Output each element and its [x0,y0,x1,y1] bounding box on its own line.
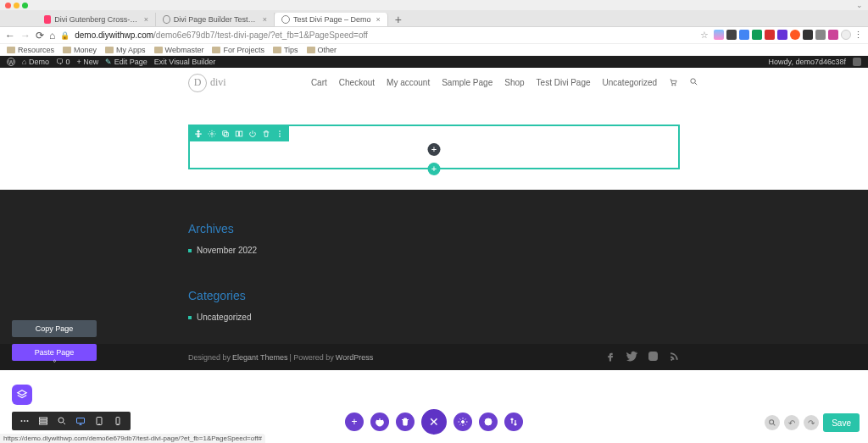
adminbar-site[interactable]: ⌂ Demo [22,58,49,66]
gear-icon[interactable] [208,130,216,138]
zoom-view-icon[interactable] [56,415,68,427]
tab-0[interactable]: Divi Gutenberg Cross-Domain × [37,13,156,26]
menu-item-checkout[interactable]: Checkout [339,78,375,87]
home-button[interactable]: ⌂ [49,30,55,42]
instagram-icon[interactable] [648,351,659,363]
wp-admin-bar: W ⌂ Demo 🗨 0 + New ✎ Edit Page Exit Visu… [0,56,868,68]
credit-platform-link[interactable]: WordPress [336,353,373,362]
adminbar-exit-vb[interactable]: Exit Visual Builder [154,58,215,66]
category-item[interactable]: Uncategorized [188,311,680,324]
credit-bar: Designed by Elegant Themes | Powered by … [0,344,868,370]
wp-logo-icon[interactable]: W [7,58,15,66]
ext-icon[interactable] [765,30,775,40]
desktop-view-icon[interactable] [75,415,86,427]
bookmark-item[interactable]: Tips [273,46,298,54]
back-button[interactable]: ← [5,30,15,42]
reload-button[interactable]: ⟳ [36,30,44,42]
save-library-icon[interactable] [235,130,243,138]
folder-icon [105,47,114,53]
window-zoom-icon[interactable] [22,3,28,8]
tab-close-icon[interactable]: × [376,15,381,24]
site-logo[interactable]: D divi [188,74,226,92]
tablet-view-icon[interactable] [93,415,105,427]
tab-close-icon[interactable]: × [144,15,148,24]
adminbar-comments[interactable]: 🗨 0 [56,58,70,66]
dock-more-icon[interactable] [19,415,31,427]
module-shell[interactable]: + + [188,125,680,169]
menu-item-sample[interactable]: Sample Page [442,78,492,87]
bookmark-item[interactable]: Other [307,46,337,54]
menu-item-cart[interactable]: Cart [311,78,327,87]
drag-icon[interactable] [194,130,203,138]
save-button[interactable]: Save [823,413,860,432]
menu-item-test-divi[interactable]: Test Divi Page [537,78,591,87]
credit-theme-link[interactable]: Elegant Themes [232,353,287,362]
adminbar-edit-page[interactable]: ✎ Edit Page [105,58,147,66]
titlebar-menu-chevron-icon[interactable]: ⌄ [856,1,863,9]
tab-2[interactable]: Test Divi Page – Demo × [275,13,388,26]
bookmark-item[interactable]: My Apps [105,46,146,54]
bookmark-star-icon[interactable]: ☆ [700,30,709,41]
delete-icon[interactable] [262,130,270,138]
duplicate-icon[interactable] [221,130,230,138]
bookmark-label: Other [318,46,337,54]
tab-close-icon[interactable]: × [263,15,267,24]
menu-item-account[interactable]: My account [387,78,430,87]
portability-button[interactable] [504,413,523,431]
svg-rect-5 [223,130,227,135]
ext-icon[interactable] [714,30,724,40]
bookmark-item[interactable]: Webmaster [154,46,204,54]
add-row-button[interactable]: + [428,163,441,175]
copy-page-button[interactable]: Copy Page [12,320,97,337]
ext-icon[interactable] [790,30,800,40]
tab-1[interactable]: Divi Page Builder Test | Demo × [156,13,275,26]
tabstrip: Divi Gutenberg Cross-Domain × Divi Page … [0,10,868,27]
phone-view-icon[interactable] [112,415,124,427]
wireframe-view-icon[interactable] [37,415,49,427]
ext-icon[interactable] [828,30,838,40]
undo-button[interactable]: ↶ [784,415,799,430]
ext-icon[interactable] [752,30,762,40]
ext-icon[interactable] [803,30,813,40]
address-field[interactable]: demo.diywithwp.com/demo6e679db7/test-div… [75,30,695,40]
window-close-icon[interactable] [5,3,11,8]
adminbar-new[interactable]: + New [76,58,98,66]
new-tab-button[interactable]: + [388,13,409,26]
forward-button[interactable]: → [20,30,31,42]
bookmark-item[interactable]: Resources [7,46,54,54]
archive-item[interactable]: November 2022 [188,244,680,257]
ext-icon[interactable] [841,30,851,40]
add-module-button[interactable]: + [428,143,441,156]
clear-layout-button[interactable] [396,413,415,431]
url-domain: demo.diywithwp.com [75,30,153,40]
ext-icon[interactable] [739,30,749,40]
help-button[interactable] [765,415,780,430]
rss-icon[interactable] [669,351,680,363]
kebab-menu-icon[interactable]: ⋮ [854,30,863,41]
window-minimize-icon[interactable] [14,3,19,8]
add-section-button[interactable]: + [345,413,364,431]
layer-panel-button[interactable] [12,385,32,405]
builder-settings-button[interactable] [453,413,472,431]
cart-icon[interactable] [669,78,677,88]
svg-point-16 [27,420,29,422]
history-button[interactable] [479,413,498,431]
avatar-icon[interactable] [853,58,861,66]
power-icon[interactable] [248,130,257,138]
page-settings-power-button[interactable] [370,413,389,431]
search-icon[interactable] [689,77,698,88]
more-icon[interactable] [275,130,284,138]
menu-item-shop[interactable]: Shop [504,78,524,87]
paste-page-button[interactable]: Paste Page ⬨ [12,344,97,361]
adminbar-howdy[interactable]: Howdy, demo7d46c38f [769,58,846,66]
twitter-icon[interactable] [626,351,637,363]
ext-icon[interactable] [726,30,737,40]
ext-icon[interactable] [815,30,826,40]
menu-item-uncategorized[interactable]: Uncategorized [603,78,657,87]
close-builder-button[interactable]: ✕ [421,409,447,435]
bookmark-item[interactable]: Money [63,46,97,54]
bookmark-item[interactable]: For Projects [212,46,264,54]
redo-button[interactable]: ↷ [804,415,819,430]
facebook-icon[interactable] [605,351,616,363]
ext-icon[interactable] [777,30,787,40]
